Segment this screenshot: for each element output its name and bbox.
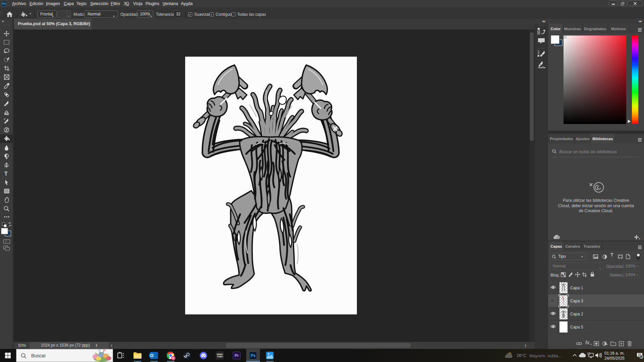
svg-text:T: T xyxy=(4,171,8,176)
svg-text:11: 11 xyxy=(640,355,643,358)
